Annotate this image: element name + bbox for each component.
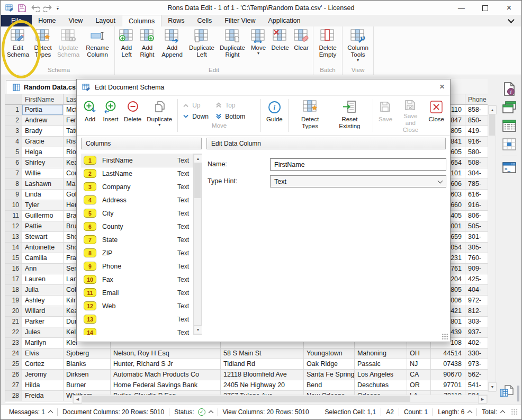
cell-phone[interactable]: 505- bbox=[465, 221, 488, 232]
tab-file[interactable]: File bbox=[1, 15, 32, 26]
tab-columns[interactable]: Columns bbox=[122, 15, 161, 26]
scroll-up-arrow[interactable]: ▲ bbox=[488, 105, 497, 114]
detail-list-icon[interactable] bbox=[501, 118, 518, 134]
edit-schema-button[interactable]: Edit Schema bbox=[5, 27, 31, 58]
column-tools-button[interactable]: Column Tools ▾ bbox=[344, 27, 372, 62]
row-number[interactable]: 8 bbox=[5, 179, 22, 190]
schema-list-item[interactable]: 7 State Text bbox=[81, 233, 193, 246]
cell-firstname[interactable]: Elvis bbox=[22, 348, 64, 359]
cell-firstname[interactable]: Camilla bbox=[22, 253, 64, 264]
grid-vertical-scrollbar[interactable]: ▲ ▼ bbox=[488, 105, 496, 392]
cell-state[interactable]: NJ bbox=[407, 359, 431, 370]
undo-button[interactable] bbox=[30, 4, 40, 12]
row-number[interactable]: 18 bbox=[5, 285, 22, 296]
add-right-button[interactable]: Add Right bbox=[137, 27, 158, 58]
grid-horizontal-scrollbar[interactable]: ◀ ▶ bbox=[73, 395, 488, 403]
cell-firstname[interactable]: Antoinette bbox=[22, 243, 64, 253]
document-info-icon[interactable]: i bbox=[501, 81, 518, 97]
row-number[interactable]: 24 bbox=[5, 348, 22, 359]
console-icon[interactable]: >_ bbox=[501, 159, 518, 176]
schema-list-item[interactable]: 10 Fax Text bbox=[81, 273, 193, 286]
row-number[interactable]: 2 bbox=[5, 115, 22, 126]
schema-list-item[interactable]: 5 City Text bbox=[81, 207, 193, 220]
cell-firstname[interactable]: Guillermo bbox=[22, 211, 64, 221]
move-top-button[interactable]: Top bbox=[215, 100, 256, 111]
schema-list-item[interactable]: 14 Text bbox=[81, 326, 193, 335]
row-number[interactable]: 21 bbox=[5, 317, 22, 327]
cell-phone[interactable]: 330- bbox=[465, 348, 488, 359]
chevron-up-icon[interactable] bbox=[500, 410, 506, 416]
qat-menu-button[interactable]: ▾ bbox=[57, 6, 59, 11]
tab-filter-view[interactable]: Filter View bbox=[218, 15, 262, 26]
row-number[interactable]: 23 bbox=[5, 338, 22, 348]
row-number[interactable]: 15 bbox=[5, 253, 22, 264]
row-number[interactable]: 22 bbox=[5, 327, 22, 338]
cell-county[interactable]: Mahoning bbox=[355, 348, 407, 359]
grid-view-icon[interactable] bbox=[501, 136, 518, 153]
duplicate-column-button[interactable]: Duplicate ▾ bbox=[144, 97, 175, 133]
tab-view[interactable]: View bbox=[62, 15, 89, 26]
add-column-button[interactable]: Add bbox=[80, 97, 100, 133]
ribbon-collapse-button[interactable] bbox=[509, 15, 514, 26]
cell-firstname[interactable]: Stewart bbox=[22, 232, 64, 243]
cell-phone[interactable]: 916- bbox=[465, 200, 488, 211]
cell-phone[interactable]: 580- bbox=[465, 147, 488, 158]
row-number[interactable]: 14 bbox=[5, 243, 22, 253]
row-number[interactable]: 27 bbox=[5, 380, 22, 391]
cell-zip[interactable]: 07438 bbox=[431, 359, 465, 370]
cell-firstname[interactable]: Parker bbox=[22, 317, 64, 327]
row-number[interactable]: 25 bbox=[5, 359, 22, 370]
cell-firstname[interactable]: Portia bbox=[22, 105, 64, 115]
cell-firstname[interactable]: Willard bbox=[22, 306, 64, 317]
status-total[interactable]: Total: bbox=[477, 408, 509, 416]
cell-phone[interactable]: 858- bbox=[465, 105, 488, 115]
cell-firstname[interactable]: Shirley bbox=[22, 158, 64, 168]
row-number[interactable]: 5 bbox=[5, 147, 22, 158]
cell-phone[interactable]: 304- bbox=[465, 168, 488, 179]
cell-county[interactable]: Los Angeles bbox=[355, 370, 407, 380]
row-number[interactable]: 3 bbox=[5, 126, 22, 137]
row-number[interactable]: 13 bbox=[5, 232, 22, 243]
add-append-button[interactable]: Add Append bbox=[158, 27, 186, 58]
cell-address[interactable]: 58 S Main St bbox=[221, 348, 304, 359]
row-number[interactable]: 10 bbox=[5, 200, 22, 211]
scroll-right-arrow[interactable]: ▶ bbox=[478, 395, 487, 404]
chevron-up-icon[interactable] bbox=[467, 410, 473, 416]
cell-company[interactable]: Automatic Mach Products Co bbox=[111, 370, 221, 380]
cell-lastname[interactable]: Dirksen bbox=[64, 370, 111, 380]
cell-phone[interactable]: 812- bbox=[465, 306, 488, 317]
cell-state[interactable]: CA bbox=[407, 370, 431, 380]
cell-address[interactable]: 2405 Ne Highway 20 bbox=[221, 380, 304, 391]
move-bottom-button[interactable]: Bottom bbox=[215, 111, 256, 122]
cell-firstname[interactable]: Gracie bbox=[22, 137, 64, 147]
move-column-button[interactable]: Move ▾ bbox=[248, 27, 269, 56]
move-down-button[interactable]: Down bbox=[183, 111, 215, 122]
cell-lastname[interactable]: Burner bbox=[64, 380, 111, 391]
save-and-close-button[interactable]: Save and Close bbox=[395, 97, 426, 133]
row-number[interactable]: 12 bbox=[5, 221, 22, 232]
row-number[interactable]: 11 bbox=[5, 211, 22, 221]
header-firstname[interactable]: FirstName bbox=[22, 94, 64, 105]
cell-firstname[interactable]: Linda bbox=[22, 190, 64, 200]
scroll-thumb[interactable] bbox=[194, 163, 201, 198]
cell-zip[interactable]: 44514 bbox=[431, 348, 465, 359]
move-up-button[interactable]: Up bbox=[183, 100, 215, 111]
cell-firstname[interactable]: Freida bbox=[22, 391, 64, 401]
cell-lastname[interactable]: Sjoberg bbox=[64, 348, 111, 359]
row-number[interactable]: 20 bbox=[5, 306, 22, 317]
tab-application[interactable]: Application bbox=[262, 15, 307, 26]
cell-phone[interactable]: 909- bbox=[465, 264, 488, 274]
detect-types-button[interactable]: Detect Types bbox=[31, 27, 55, 58]
cell-firstname[interactable]: Willie bbox=[22, 168, 64, 179]
cell-phone[interactable]: 541- bbox=[465, 380, 488, 391]
delete-empty-button[interactable]: Delete Empty bbox=[315, 27, 340, 58]
tab-layout[interactable]: Layout bbox=[89, 15, 122, 26]
cell-county[interactable]: Passaic bbox=[355, 359, 407, 370]
cell-phone[interactable]: 508- bbox=[465, 158, 488, 168]
row-number[interactable]: 28 bbox=[5, 391, 22, 401]
detect-types-dialog-button[interactable]: Detect Types bbox=[291, 97, 329, 133]
cell-phone[interactable]: 562- bbox=[465, 370, 488, 380]
schema-list-item[interactable]: 3 Company Text bbox=[81, 180, 193, 193]
cell-firstname[interactable]: Tyler bbox=[22, 200, 64, 211]
cell-lastname[interactable]: Blanks bbox=[64, 359, 111, 370]
